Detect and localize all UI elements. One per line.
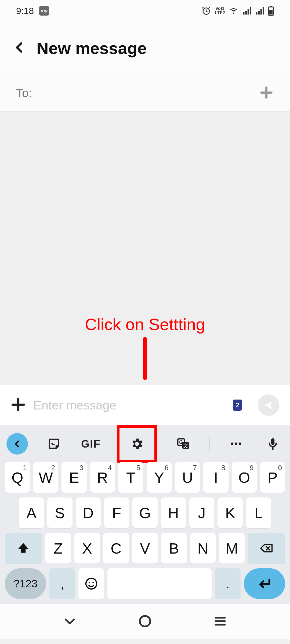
to-label: To: — [16, 86, 32, 100]
message-input[interactable] — [33, 398, 226, 412]
my-app-icon: my — [39, 6, 49, 16]
key-w[interactable]: W2 — [33, 462, 59, 493]
to-field: To: — [0, 75, 290, 112]
tutorial-annotation: Click on Settting — [0, 315, 290, 380]
svg-rect-5 — [250, 7, 251, 14]
nav-recent[interactable] — [213, 614, 227, 629]
svg-rect-9 — [263, 7, 264, 14]
key-h[interactable]: H — [161, 497, 186, 528]
gif-button[interactable]: GIF — [80, 433, 102, 455]
emoji-key[interactable] — [78, 568, 104, 599]
svg-point-27 — [86, 578, 97, 589]
shift-key[interactable] — [5, 533, 42, 564]
nav-home[interactable] — [138, 614, 152, 629]
svg-rect-24 — [271, 438, 275, 445]
key-u[interactable]: U7 — [175, 462, 200, 493]
key-m[interactable]: M — [219, 533, 245, 564]
keyboard-row-3: ZXCVBNM — [5, 533, 285, 564]
period-key[interactable]: . — [215, 568, 241, 599]
svg-point-28 — [89, 582, 90, 583]
keyboard-toolbar: GIF G文 — [0, 428, 290, 460]
key-v[interactable]: V — [132, 533, 158, 564]
svg-rect-7 — [258, 11, 260, 14]
key-y[interactable]: Y6 — [147, 462, 172, 493]
compose-bar: 2 — [0, 385, 290, 425]
symbols-key[interactable]: ?123 — [5, 568, 46, 599]
keyboard-rows: Q1W2E3R4T5Y6U7I8O9P0 ASDFGHJKL ZXCVBNM ?… — [0, 460, 290, 604]
key-p[interactable]: P0 — [260, 462, 285, 493]
key-z[interactable]: Z — [45, 533, 71, 564]
keyboard: GIF G文 Q1W2E3R4T5Y6U7I8O9P0 ASDFGHJKL ZX… — [0, 425, 290, 604]
system-nav-bar — [0, 604, 290, 639]
status-left: 9:18 my — [16, 6, 49, 16]
battery-icon — [268, 6, 274, 16]
key-i[interactable]: I8 — [203, 462, 229, 493]
key-k[interactable]: K — [218, 497, 243, 528]
svg-text:文: 文 — [183, 443, 188, 448]
back-button[interactable] — [13, 41, 26, 55]
svg-rect-3 — [245, 11, 247, 14]
wifi-icon — [229, 6, 238, 16]
comma-key[interactable]: , — [49, 568, 75, 599]
keyboard-settings-button[interactable] — [117, 426, 157, 461]
key-b[interactable]: B — [161, 533, 187, 564]
key-q[interactable]: Q1 — [5, 462, 30, 493]
voice-input-button[interactable] — [262, 433, 284, 455]
more-button[interactable] — [225, 433, 247, 455]
keyboard-row-2: ASDFGHJKL — [5, 497, 285, 528]
svg-rect-4 — [248, 9, 249, 14]
attach-button[interactable] — [11, 397, 26, 413]
app-header: New message — [0, 21, 290, 75]
send-button[interactable] — [258, 394, 279, 416]
key-o[interactable]: O9 — [232, 462, 257, 493]
nav-hide-keyboard[interactable] — [63, 614, 77, 629]
svg-rect-8 — [260, 9, 262, 14]
key-d[interactable]: D — [76, 497, 101, 528]
key-n[interactable]: N — [190, 533, 216, 564]
toolbar-divider — [209, 437, 210, 451]
translate-button[interactable]: G文 — [173, 433, 194, 455]
svg-rect-11 — [269, 10, 273, 14]
status-bar: 9:18 my Vo)1 LTE2 — [0, 0, 290, 21]
svg-point-22 — [235, 442, 237, 445]
key-r[interactable]: R4 — [90, 462, 115, 493]
signal-icon-1 — [242, 6, 251, 15]
svg-point-30 — [140, 616, 150, 627]
signal-icon-2 — [255, 6, 264, 15]
status-time: 9:18 — [16, 6, 34, 16]
svg-rect-2 — [243, 12, 245, 15]
keyboard-row-1: Q1W2E3R4T5Y6U7I8O9P0 — [5, 462, 285, 493]
enter-key[interactable] — [244, 568, 285, 599]
conversation-area: Click on Settting — [0, 112, 290, 385]
status-right: Vo)1 LTE2 — [201, 6, 274, 16]
key-x[interactable]: X — [74, 533, 100, 564]
key-l[interactable]: L — [246, 497, 271, 528]
key-j[interactable]: J — [189, 497, 215, 528]
key-e[interactable]: E3 — [61, 462, 87, 493]
annotation-arrow — [143, 337, 147, 380]
key-c[interactable]: C — [103, 533, 129, 564]
space-key[interactable] — [107, 568, 212, 599]
add-contact-button[interactable] — [259, 85, 274, 101]
svg-point-1 — [233, 13, 234, 14]
sim-selector[interactable]: 2 — [233, 400, 242, 411]
backspace-key[interactable] — [248, 533, 285, 564]
keyboard-row-bottom: ?123 , . — [5, 568, 285, 599]
to-input[interactable] — [32, 86, 259, 100]
annotation-text: Click on Settting — [0, 315, 290, 334]
compose-input-wrap — [33, 398, 226, 412]
page-title: New message — [37, 39, 147, 58]
key-a[interactable]: A — [19, 497, 44, 528]
svg-point-23 — [238, 442, 241, 445]
svg-point-29 — [92, 582, 94, 583]
key-t[interactable]: T5 — [118, 462, 143, 493]
svg-rect-6 — [256, 12, 258, 15]
key-f[interactable]: F — [104, 497, 129, 528]
svg-rect-12 — [270, 6, 272, 7]
key-g[interactable]: G — [132, 497, 158, 528]
svg-point-21 — [231, 442, 233, 445]
sticker-button[interactable] — [43, 433, 65, 455]
collapse-toolbar-button[interactable] — [6, 433, 28, 455]
lte-icon: Vo)1 LTE2 — [215, 6, 225, 15]
key-s[interactable]: S — [47, 497, 73, 528]
